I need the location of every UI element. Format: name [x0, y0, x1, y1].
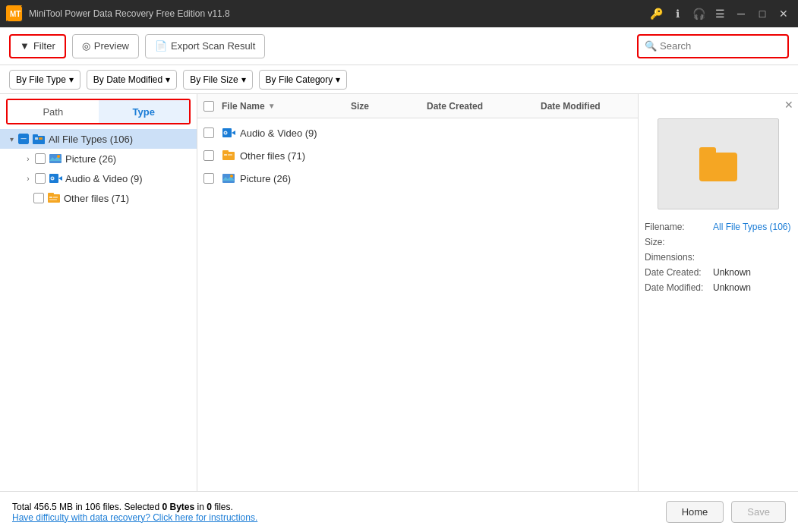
- headset-icon[interactable]: 🎧: [690, 5, 707, 22]
- total-info: Total 456.5 MB in 106 files. Selected 0 …: [12, 502, 233, 512]
- svg-rect-23: [222, 150, 229, 153]
- save-button[interactable]: Save: [731, 501, 786, 523]
- other-files-icon: [47, 191, 61, 205]
- checkbox-picture[interactable]: [35, 153, 46, 164]
- audio-video-row-icon: [222, 126, 235, 140]
- tree-item-all[interactable]: ▾ ─ All File Types (106): [0, 129, 197, 149]
- svg-rect-15: [49, 197, 52, 198]
- home-button[interactable]: Home: [666, 501, 724, 523]
- table-row[interactable]: Audio & Video (9): [197, 121, 638, 144]
- by-date-modified-label: By Date Modified: [93, 74, 162, 85]
- by-file-category-dropdown[interactable]: By File Category ▾: [259, 70, 348, 90]
- svg-rect-3: [33, 134, 38, 137]
- main-content: Path Type ▾ ─ All File Types (10: [0, 94, 798, 491]
- app-logo: MT: [6, 5, 23, 22]
- all-types-icon: [32, 132, 46, 146]
- svg-rect-4: [35, 137, 38, 140]
- row-name-picture: Picture (26): [240, 173, 291, 184]
- by-file-category-label: By File Category: [266, 74, 333, 85]
- by-date-modified-dropdown[interactable]: By Date Modified ▾: [87, 70, 177, 90]
- size-label: Size:: [645, 237, 713, 247]
- tab-path[interactable]: Path: [8, 100, 99, 123]
- file-table-header: File Name ▼ Size Date Created Date Modif…: [197, 94, 638, 118]
- chevron-down-icon: ▾: [241, 74, 246, 85]
- expand-arrow: ›: [23, 175, 33, 183]
- close-preview-icon[interactable]: ✕: [784, 99, 793, 111]
- preview-button[interactable]: ◎ Preview: [72, 34, 139, 58]
- export-button[interactable]: 📄 Export Scan Result: [145, 34, 265, 58]
- header-check: [203, 101, 222, 112]
- close-icon[interactable]: ✕: [775, 5, 792, 22]
- row-name-audio: Audio & Video (9): [240, 127, 317, 139]
- date-created-value: Unknown: [713, 267, 751, 278]
- toolbar: ▼ Filter ◎ Preview 📄 Export Scan Result …: [0, 27, 798, 65]
- tree-item-picture[interactable]: › Picture (26): [0, 149, 197, 168]
- picture-icon: [49, 152, 62, 165]
- tree-item-all-label: All File Types (106): [49, 134, 133, 145]
- key-icon[interactable]: 🔑: [648, 5, 664, 22]
- info-date-modified-row: Date Modified: Unknown: [645, 282, 792, 293]
- checkbox-all[interactable]: ─: [18, 134, 29, 144]
- sort-arrow-icon: ▼: [268, 102, 276, 110]
- preview-area: [658, 118, 779, 209]
- by-file-size-dropdown[interactable]: By File Size ▾: [183, 70, 252, 90]
- file-info: Filename: All File Types (106) Size: Dim…: [645, 222, 792, 297]
- by-file-type-dropdown[interactable]: By File Type ▾: [9, 70, 80, 90]
- by-file-size-label: By File Size: [190, 74, 238, 85]
- svg-marker-19: [232, 131, 235, 135]
- filter-bar: By File Type ▾ By Date Modified ▾ By Fil…: [0, 65, 798, 94]
- svg-rect-25: [228, 154, 232, 156]
- status-bar: Total 456.5 MB in 106 files. Selected 0 …: [0, 491, 798, 532]
- minimize-icon[interactable]: ─: [733, 5, 749, 22]
- info-icon[interactable]: ℹ: [669, 5, 686, 22]
- tree-item-audio-video-label: Audio & Video (9): [65, 173, 143, 184]
- checkbox-audio-video[interactable]: [35, 173, 46, 184]
- chevron-down-icon: ▾: [336, 74, 340, 85]
- preview-icon: ◎: [82, 40, 90, 52]
- filename-label: Filename:: [645, 222, 713, 232]
- dimensions-label: Dimensions:: [645, 252, 713, 263]
- window-controls: 🔑 ℹ 🎧 ☰ ─ □ ✕: [648, 5, 792, 22]
- tree-item-other[interactable]: Other files (71): [0, 188, 197, 208]
- filename-value: All File Types (106): [713, 222, 791, 232]
- tree-item-other-label: Other files (71): [64, 193, 129, 204]
- filter-icon: ▼: [20, 40, 30, 52]
- row-checkbox-picture[interactable]: [203, 173, 214, 184]
- menu-icon[interactable]: ☰: [711, 5, 728, 22]
- selected-files: 0: [207, 502, 212, 512]
- checkbox-other[interactable]: [33, 193, 44, 203]
- svg-text:MT: MT: [10, 10, 21, 18]
- expand-arrow: ▾: [6, 135, 17, 143]
- help-link[interactable]: Have difficulty with data recovery? Clic…: [12, 512, 257, 523]
- chevron-down-icon: ▾: [166, 74, 170, 85]
- header-filename: File Name ▼: [222, 101, 351, 112]
- other-files-row-icon: [222, 149, 235, 162]
- file-table-body: Audio & Video (9) Oth: [197, 118, 638, 491]
- svg-marker-10: [58, 176, 62, 181]
- tree-item-audio-video[interactable]: › Audio & Video (9): [0, 168, 197, 188]
- picture-row-icon: [222, 172, 235, 185]
- by-file-type-label: By File Type: [16, 74, 66, 85]
- search-input[interactable]: [660, 40, 781, 52]
- search-box[interactable]: 🔍: [637, 34, 789, 58]
- chevron-down-icon: ▾: [69, 74, 74, 85]
- svg-point-8: [57, 155, 60, 158]
- maximize-icon[interactable]: □: [754, 5, 771, 22]
- header-checkbox[interactable]: [203, 101, 214, 112]
- left-tree: ▾ ─ All File Types (106) ›: [0, 124, 197, 491]
- table-row[interactable]: Other files (71): [197, 144, 638, 167]
- status-buttons: Home Save: [666, 501, 786, 523]
- app-title: MiniTool Power Data Recovery Free Editio…: [29, 8, 648, 19]
- row-checkbox-other[interactable]: [203, 150, 214, 161]
- search-icon: 🔍: [645, 40, 657, 52]
- svg-rect-5: [39, 137, 43, 140]
- title-bar: MT MiniTool Power Data Recovery Free Edi…: [0, 0, 798, 27]
- tab-type[interactable]: Type: [99, 100, 190, 123]
- table-row[interactable]: Picture (26): [197, 167, 638, 190]
- filter-button[interactable]: ▼ Filter: [9, 34, 66, 58]
- row-checkbox-audio[interactable]: [203, 127, 214, 138]
- tree-item-picture-label: Picture (26): [65, 153, 116, 165]
- header-date-modified: Date Modified: [541, 101, 632, 112]
- info-size-row: Size:: [645, 237, 792, 247]
- info-dimensions-row: Dimensions:: [645, 252, 792, 263]
